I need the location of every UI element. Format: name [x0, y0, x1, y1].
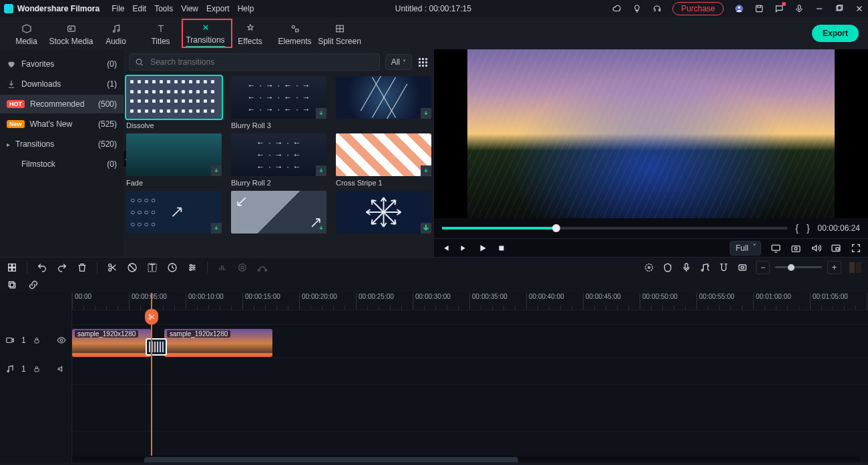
export-button[interactable]: Export	[812, 25, 859, 42]
mode-media[interactable]: Media	[4, 21, 49, 46]
sidebar-item-filmstock[interactable]: Filmstock (0)	[0, 155, 124, 173]
download-icon[interactable]	[316, 223, 327, 234]
copy-track-icon[interactable]	[7, 280, 17, 290]
minimize-icon[interactable]	[815, 4, 824, 13]
download-icon[interactable]	[211, 223, 222, 234]
color-picker-icon[interactable]	[644, 262, 654, 273]
search-input-wrap[interactable]	[129, 53, 380, 71]
playhead[interactable]	[151, 293, 152, 462]
filter-dropdown[interactable]: All˅	[385, 54, 412, 70]
mode-transitions[interactable]: Transitions	[183, 19, 228, 47]
mode-stock-media[interactable]: Stock Media	[49, 21, 93, 46]
lock-icon[interactable]	[33, 336, 41, 344]
redo-icon[interactable]	[57, 262, 67, 273]
lightbulb-icon[interactable]	[632, 4, 642, 13]
menu-tools[interactable]: Tools	[154, 4, 173, 13]
catalog-item-blurry2[interactable]: ←·→·← ←·→·← ←·→·← Blurry Roll 2	[231, 133, 327, 187]
keyframe-path-icon[interactable]	[257, 262, 268, 273]
cloud-icon[interactable]	[612, 4, 622, 13]
video-lane[interactable]: sample_1920x1280 sample_1920x1280	[72, 325, 868, 358]
link-icon[interactable]	[28, 280, 39, 290]
catalog-item-starburst[interactable]	[336, 76, 431, 129]
grid-overlay-icon[interactable]	[7, 262, 17, 273]
purchase-button[interactable]: Purchase	[672, 2, 724, 15]
play-icon[interactable]	[478, 244, 487, 253]
menu-view[interactable]: View	[181, 4, 198, 13]
color-wheel-icon[interactable]	[237, 262, 248, 273]
preview-scrubber[interactable]	[442, 227, 787, 229]
pip-icon[interactable]	[831, 243, 841, 254]
catalog-item-outburst[interactable]	[336, 191, 431, 236]
timeline-scrollbar[interactable]	[72, 456, 860, 462]
sidebar-item-recommended[interactable]: HOTRecommended (500)	[0, 95, 124, 113]
transition-chip[interactable]	[146, 338, 167, 356]
beat-detect-icon[interactable]	[700, 262, 710, 273]
maximize-icon[interactable]	[835, 4, 844, 13]
download-icon[interactable]	[316, 165, 327, 176]
mode-effects[interactable]: Effects	[228, 21, 272, 46]
color-swatch[interactable]	[849, 262, 861, 273]
voiceover-icon[interactable]	[681, 262, 692, 273]
stop-icon[interactable]	[497, 244, 506, 253]
visibility-icon[interactable]	[57, 336, 66, 345]
catalog-item-blurry3[interactable]: ←·→·←·→ ←·→·←·→ ←·→·←·→ Blurry Roll 3	[231, 76, 327, 129]
playhead-handle[interactable]	[145, 309, 158, 325]
clip-1[interactable]: sample_1920x1280	[72, 329, 151, 357]
snap-icon[interactable]	[718, 262, 729, 273]
marker-icon[interactable]	[662, 262, 673, 273]
tracks-area[interactable]: 00:0000:00:05:0000:00:10:0000:00:15:0000…	[72, 293, 868, 462]
next-frame-icon[interactable]	[459, 244, 469, 253]
crop-disable-icon[interactable]	[127, 262, 138, 273]
download-icon[interactable]	[211, 165, 222, 176]
split-icon[interactable]	[107, 262, 118, 273]
mode-titles[interactable]: Titles	[138, 21, 183, 46]
audio-level-icon[interactable]	[217, 262, 228, 273]
mode-split-screen[interactable]: Split Screen	[317, 21, 362, 46]
message-icon[interactable]	[775, 4, 784, 13]
menu-edit[interactable]: Edit	[132, 4, 146, 13]
delete-icon[interactable]	[77, 262, 87, 273]
mode-audio[interactable]: Audio	[93, 21, 138, 46]
sidebar-item-whatsnew[interactable]: NewWhat's New (525)	[0, 115, 124, 133]
display-icon[interactable]	[771, 243, 781, 254]
catalog-item-diagonal[interactable]	[231, 191, 327, 236]
catalog-item-fade[interactable]: Fade	[126, 133, 222, 187]
undo-icon[interactable]	[37, 262, 47, 273]
zoom-out-icon[interactable]: −	[756, 261, 770, 274]
sidebar-item-transitions[interactable]: ▸Transitions (520)	[0, 135, 124, 153]
lock-icon[interactable]	[33, 365, 41, 373]
volume-icon[interactable]	[811, 243, 821, 254]
snapshot-icon[interactable]	[791, 243, 801, 254]
catalog-item-particles[interactable]: ○○○○○○○○○○○○	[126, 191, 222, 236]
menu-help[interactable]: Help	[238, 4, 254, 13]
video-track-header[interactable]: 1	[0, 325, 71, 356]
menu-file[interactable]: File	[112, 4, 124, 13]
download-icon[interactable]	[316, 108, 327, 119]
catalog-item-cross-stripe[interactable]: Cross Stripe 1	[336, 133, 431, 187]
adjust-icon[interactable]	[187, 262, 198, 273]
close-icon[interactable]	[855, 4, 864, 13]
quality-dropdown[interactable]: Full	[730, 241, 761, 256]
mark-out-icon[interactable]: }	[807, 223, 810, 234]
sidebar-item-downloads[interactable]: Downloads (1)	[0, 75, 124, 93]
crop-zoom-icon[interactable]	[737, 262, 748, 273]
avatar-icon[interactable]	[734, 4, 744, 13]
clip-2[interactable]: sample_1920x1280	[164, 329, 272, 357]
audio-lane[interactable]	[72, 358, 868, 385]
save-icon[interactable]	[754, 4, 764, 13]
zoom-in-icon[interactable]: +	[827, 261, 841, 274]
time-ruler[interactable]: 00:0000:00:05:0000:00:10:0000:00:15:0000…	[72, 293, 868, 310]
prev-frame-icon[interactable]	[441, 244, 450, 253]
audio-track-header[interactable]: 1	[0, 356, 71, 382]
sidebar-item-favorites[interactable]: Favorites (0)	[0, 55, 124, 73]
speed-icon[interactable]	[167, 262, 178, 273]
mode-elements[interactable]: Elements	[272, 21, 317, 46]
download-icon[interactable]	[421, 108, 431, 119]
view-grid-icon[interactable]	[417, 57, 429, 68]
zoom-slider[interactable]	[775, 266, 822, 268]
mark-in-icon[interactable]: {	[795, 223, 799, 234]
menu-export[interactable]: Export	[206, 4, 230, 13]
catalog-item-dissolve[interactable]: Dissolve	[126, 76, 222, 129]
download-icon[interactable]	[421, 223, 431, 234]
mic-upload-icon[interactable]	[795, 4, 804, 13]
